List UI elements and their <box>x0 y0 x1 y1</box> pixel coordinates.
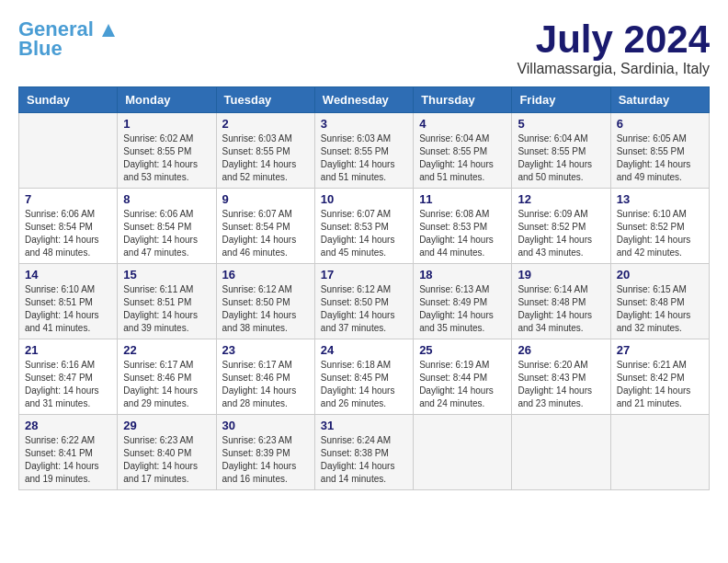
cell-week2-day1: 8Sunrise: 6:06 AMSunset: 8:54 PMDaylight… <box>118 189 216 264</box>
day-info-4: Sunrise: 6:04 AMSunset: 8:55 PMDaylight:… <box>419 132 506 184</box>
day-info-30: Sunrise: 6:23 AMSunset: 8:39 PMDaylight:… <box>222 434 309 486</box>
cell-week3-day2: 16Sunrise: 6:12 AMSunset: 8:50 PMDayligh… <box>216 264 314 339</box>
day-number-27: 27 <box>617 343 703 357</box>
cell-week2-day0: 7Sunrise: 6:06 AMSunset: 8:54 PMDaylight… <box>19 189 118 264</box>
cell-week5-day5 <box>512 415 610 490</box>
header-sunday: Sunday <box>19 87 118 113</box>
day-info-6: Sunrise: 6:05 AMSunset: 8:55 PMDaylight:… <box>617 132 703 184</box>
day-number-9: 9 <box>222 192 309 206</box>
cell-week2-day4: 11Sunrise: 6:08 AMSunset: 8:53 PMDayligh… <box>414 189 512 264</box>
day-number-30: 30 <box>222 419 309 432</box>
day-number-26: 26 <box>518 343 604 357</box>
day-number-31: 31 <box>321 419 407 432</box>
day-info-27: Sunrise: 6:21 AMSunset: 8:42 PMDaylight:… <box>617 359 703 410</box>
day-info-3: Sunrise: 6:03 AMSunset: 8:55 PMDaylight:… <box>321 132 407 184</box>
day-info-28: Sunrise: 6:22 AMSunset: 8:41 PMDaylight:… <box>25 434 111 486</box>
logo-blue: Blue <box>18 37 63 61</box>
cell-week5-day1: 29Sunrise: 6:23 AMSunset: 8:40 PMDayligh… <box>118 415 216 490</box>
day-number-16: 16 <box>222 268 309 282</box>
cell-week4-day1: 22Sunrise: 6:17 AMSunset: 8:46 PMDayligh… <box>118 339 216 415</box>
header-monday: Monday <box>118 87 216 113</box>
day-info-1: Sunrise: 6:02 AMSunset: 8:55 PMDaylight:… <box>123 132 210 184</box>
day-number-19: 19 <box>518 268 604 282</box>
day-number-20: 20 <box>617 268 703 282</box>
day-number-12: 12 <box>518 192 604 206</box>
calendar-table: Sunday Monday Tuesday Wednesday Thursday… <box>18 86 710 490</box>
day-info-16: Sunrise: 6:12 AMSunset: 8:50 PMDaylight:… <box>222 283 309 335</box>
day-info-5: Sunrise: 6:04 AMSunset: 8:55 PMDaylight:… <box>518 132 604 184</box>
day-number-1: 1 <box>123 117 210 131</box>
day-info-14: Sunrise: 6:10 AMSunset: 8:51 PMDaylight:… <box>25 283 111 335</box>
day-number-21: 21 <box>25 343 111 357</box>
day-info-9: Sunrise: 6:07 AMSunset: 8:54 PMDaylight:… <box>222 208 309 259</box>
day-number-4: 4 <box>419 117 506 131</box>
cell-week3-day4: 18Sunrise: 6:13 AMSunset: 8:49 PMDayligh… <box>414 264 512 339</box>
cell-week5-day6 <box>610 415 709 490</box>
cell-week4-day2: 23Sunrise: 6:17 AMSunset: 8:46 PMDayligh… <box>216 339 314 415</box>
day-number-15: 15 <box>123 268 210 282</box>
cell-week4-day4: 25Sunrise: 6:19 AMSunset: 8:44 PMDayligh… <box>414 339 512 415</box>
cell-week1-day5: 5Sunrise: 6:04 AMSunset: 8:55 PMDaylight… <box>512 113 610 189</box>
cell-week2-day2: 9Sunrise: 6:07 AMSunset: 8:54 PMDaylight… <box>216 189 314 264</box>
day-info-7: Sunrise: 6:06 AMSunset: 8:54 PMDaylight:… <box>25 208 111 259</box>
day-number-28: 28 <box>25 419 111 432</box>
cell-week2-day5: 12Sunrise: 6:09 AMSunset: 8:52 PMDayligh… <box>512 189 610 264</box>
day-info-12: Sunrise: 6:09 AMSunset: 8:52 PMDaylight:… <box>518 208 604 259</box>
week-row-3: 14Sunrise: 6:10 AMSunset: 8:51 PMDayligh… <box>19 264 710 339</box>
cell-week5-day4 <box>414 415 512 490</box>
cell-week4-day3: 24Sunrise: 6:18 AMSunset: 8:45 PMDayligh… <box>314 339 413 415</box>
cell-week4-day6: 27Sunrise: 6:21 AMSunset: 8:42 PMDayligh… <box>610 339 709 415</box>
day-number-2: 2 <box>222 117 309 131</box>
day-info-19: Sunrise: 6:14 AMSunset: 8:48 PMDaylight:… <box>518 283 604 335</box>
day-number-25: 25 <box>419 343 506 357</box>
day-number-22: 22 <box>123 343 210 357</box>
day-info-20: Sunrise: 6:15 AMSunset: 8:48 PMDaylight:… <box>617 283 703 335</box>
cell-week3-day6: 20Sunrise: 6:15 AMSunset: 8:48 PMDayligh… <box>610 264 709 339</box>
day-number-18: 18 <box>419 268 506 282</box>
day-info-21: Sunrise: 6:16 AMSunset: 8:47 PMDaylight:… <box>25 359 111 410</box>
cell-week1-day6: 6Sunrise: 6:05 AMSunset: 8:55 PMDaylight… <box>610 113 709 189</box>
day-info-18: Sunrise: 6:13 AMSunset: 8:49 PMDaylight:… <box>419 283 506 335</box>
day-info-22: Sunrise: 6:17 AMSunset: 8:46 PMDaylight:… <box>123 359 210 410</box>
day-number-11: 11 <box>419 192 506 206</box>
header-tuesday: Tuesday <box>216 87 314 113</box>
week-row-2: 7Sunrise: 6:06 AMSunset: 8:54 PMDaylight… <box>19 189 710 264</box>
day-info-13: Sunrise: 6:10 AMSunset: 8:52 PMDaylight:… <box>617 208 703 259</box>
cell-week1-day0 <box>19 113 118 189</box>
day-info-8: Sunrise: 6:06 AMSunset: 8:54 PMDaylight:… <box>123 208 210 259</box>
cell-week4-day0: 21Sunrise: 6:16 AMSunset: 8:47 PMDayligh… <box>19 339 118 415</box>
day-info-10: Sunrise: 6:07 AMSunset: 8:53 PMDaylight:… <box>321 208 407 259</box>
cell-week5-day2: 30Sunrise: 6:23 AMSunset: 8:39 PMDayligh… <box>216 415 314 490</box>
title-block: July 2024 Villamassargia, Sardinia, Ital… <box>517 18 710 77</box>
day-number-8: 8 <box>123 192 210 206</box>
header-friday: Friday <box>512 87 610 113</box>
cell-week3-day3: 17Sunrise: 6:12 AMSunset: 8:50 PMDayligh… <box>314 264 413 339</box>
day-number-7: 7 <box>25 192 111 206</box>
page-header: General Blue July 2024 Villamassargia, S… <box>18 18 710 77</box>
day-info-23: Sunrise: 6:17 AMSunset: 8:46 PMDaylight:… <box>222 359 309 410</box>
day-info-24: Sunrise: 6:18 AMSunset: 8:45 PMDaylight:… <box>321 359 407 410</box>
header-wednesday: Wednesday <box>314 87 413 113</box>
day-number-6: 6 <box>617 117 703 131</box>
day-info-31: Sunrise: 6:24 AMSunset: 8:38 PMDaylight:… <box>321 434 407 486</box>
cell-week1-day3: 3Sunrise: 6:03 AMSunset: 8:55 PMDaylight… <box>314 113 413 189</box>
header-saturday: Saturday <box>610 87 709 113</box>
week-row-4: 21Sunrise: 6:16 AMSunset: 8:47 PMDayligh… <box>19 339 710 415</box>
cell-week2-day3: 10Sunrise: 6:07 AMSunset: 8:53 PMDayligh… <box>314 189 413 264</box>
day-number-5: 5 <box>518 117 604 131</box>
cell-week5-day3: 31Sunrise: 6:24 AMSunset: 8:38 PMDayligh… <box>314 415 413 490</box>
cell-week2-day6: 13Sunrise: 6:10 AMSunset: 8:52 PMDayligh… <box>610 189 709 264</box>
cell-week5-day0: 28Sunrise: 6:22 AMSunset: 8:41 PMDayligh… <box>19 415 118 490</box>
day-info-25: Sunrise: 6:19 AMSunset: 8:44 PMDaylight:… <box>419 359 506 410</box>
day-info-17: Sunrise: 6:12 AMSunset: 8:50 PMDaylight:… <box>321 283 407 335</box>
day-number-29: 29 <box>123 419 210 432</box>
day-info-15: Sunrise: 6:11 AMSunset: 8:51 PMDaylight:… <box>123 283 210 335</box>
day-number-3: 3 <box>321 117 407 131</box>
location-subtitle: Villamassargia, Sardinia, Italy <box>517 61 710 77</box>
svg-marker-0 <box>102 24 115 37</box>
calendar-header-row: Sunday Monday Tuesday Wednesday Thursday… <box>19 87 710 113</box>
day-info-2: Sunrise: 6:03 AMSunset: 8:55 PMDaylight:… <box>222 132 309 184</box>
day-number-23: 23 <box>222 343 309 357</box>
day-number-17: 17 <box>321 268 407 282</box>
day-number-13: 13 <box>617 192 703 206</box>
